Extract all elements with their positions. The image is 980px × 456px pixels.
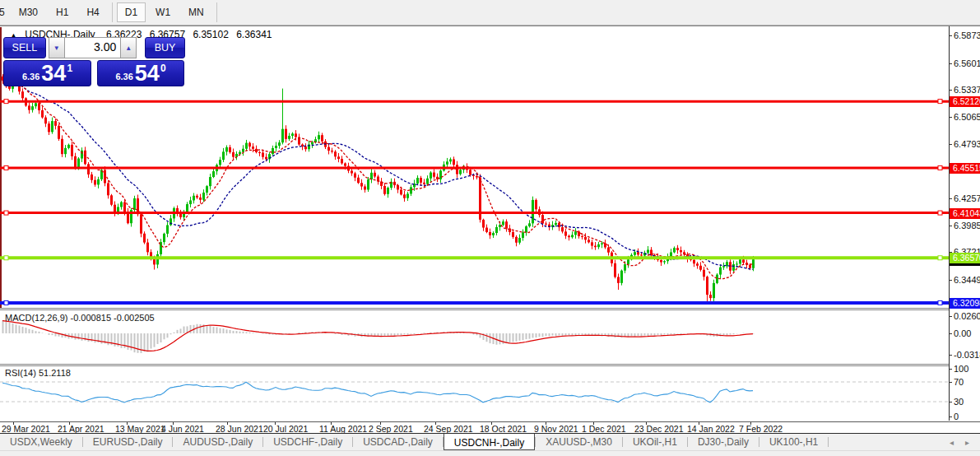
axis-tick [950,355,952,356]
chevron-down-icon: ▼ [53,44,60,52]
rsi-indicator-panel[interactable] [0,366,949,421]
timeframe-button-h4[interactable]: H4 [78,2,107,22]
hline-price-badge: 6.32098 [950,298,980,309]
chart-tab-usdcad-[interactable]: USDCAD-,Daily [353,434,443,450]
hline-anchor[interactable] [4,211,8,215]
axis-tick [950,35,952,36]
axis-tick [950,316,952,317]
volume-input[interactable]: 3.00 [65,37,121,58]
buy-price-pipette: 0 [160,63,166,74]
axis-tick [950,280,952,281]
axis-tick [950,226,952,226]
sell-price-prefix: 6.36 [22,72,39,81]
chart-tab-eurusd-[interactable]: EURUSD-,Daily [83,434,173,450]
sell-price-pipette: 1 [67,63,72,74]
tab-scroll-left-icon[interactable]: ◂ [944,438,959,447]
hline-anchor[interactable] [4,256,8,260]
buy-price-big: 54 [135,63,160,85]
timeframe-button-5[interactable]: 5 [0,2,9,22]
sell-price-display[interactable]: 6.36 34 1 [3,60,91,86]
hline-price-badge: 6.41043 [950,208,980,219]
axis-tick [950,333,952,334]
buy-price-prefix: 6.36 [115,72,132,81]
axis-tick [950,63,952,64]
macd-axis-label: 0.02607 [954,311,980,321]
hline-price-badge: 6.52126 [950,96,980,107]
axis-tick [950,90,952,91]
price-axis-label: 6.34490 [954,275,980,285]
axis-tick [950,117,952,118]
rsi-axis-label: 30 [954,397,964,407]
toolbar-separator [112,2,113,22]
axis-tick [950,402,952,402]
price-axis-label: 6.53370 [954,85,980,95]
date-axis[interactable]: 29 Mar 202121 Apr 202113 May 20214 Jun 2… [0,421,980,434]
chart-tab-xauusd-[interactable]: XAUUSD-,M30 [536,434,622,450]
price-axis-label: 6.58730 [954,30,980,40]
price-axis-label: 6.50650 [954,112,980,122]
chart-tab-audusd-[interactable]: AUDUSD-,Daily [173,434,262,450]
axis-tick [950,382,952,383]
hline-anchor[interactable] [938,300,942,305]
hline-anchor[interactable] [938,256,942,260]
chart-tab-usdchf-[interactable]: USDCHF-,Daily [263,434,352,450]
hline-anchor[interactable] [4,100,8,104]
volume-increase-button[interactable]: ▲ [120,37,137,58]
timeframe-button-mn[interactable]: MN [180,2,212,22]
price-axis-label: 6.56010 [954,58,980,68]
buy-price-display[interactable]: 6.36 54 0 [97,60,184,86]
axis-tick [950,198,952,199]
timeframe-button-w1[interactable]: W1 [147,2,179,22]
rsi-axis-label: 100 [954,364,968,374]
macd-axis-label: 0.00 [954,328,971,338]
buy-button[interactable]: BUY [145,37,185,58]
volume-decrease-button[interactable]: ▼ [49,37,65,58]
hline-anchor[interactable] [4,300,8,305]
chart-tab-ukoil-[interactable]: UKOil-,H1 [623,434,687,450]
chart-window: ▲ USDCNH-,Daily 6.36223 6.36757 6.35102 … [0,26,980,434]
rsi-label: RSI(14) 51.2118 [5,368,71,378]
hline-anchor[interactable] [938,165,942,170]
timeframe-toolbar: 5M30H1H4D1W1MN [0,0,980,26]
axis-tick [950,416,952,417]
hline-anchor[interactable] [938,211,942,215]
rsi-axis-label: 70 [954,377,964,387]
rsi-axis-label: 0 [954,412,959,421]
price-axis-label: 6.47930 [954,139,980,149]
tab-separator [828,437,829,447]
price-axis-label: 6.42570 [954,193,980,203]
chart-tab-usdcnh-[interactable]: USDCNH-,Daily [444,434,535,450]
chart-tab-uk100-[interactable]: UK100-,H1 [759,434,828,450]
sell-price-big: 34 [41,63,66,85]
chevron-up-icon: ▲ [125,44,132,52]
one-click-trading-panel: SELL ▼ 3.00 ▲ BUY 6.36 34 1 6.36 54 [3,37,185,86]
timeframe-button-d1[interactable]: D1 [117,2,146,22]
chart-tab-bar: USDX,WeeklyEURUSD-,DailyAUDUSD-,DailyUSD… [0,433,980,450]
price-axis[interactable]: 6.587306.560106.533706.506506.479306.425… [949,26,980,421]
macd-axis-label: -0.03187 [954,350,980,360]
chart-tab-dj30-[interactable]: DJ30-,Daily [688,434,759,450]
hline-anchor[interactable] [4,165,8,170]
macd-label: MACD(12,26,9) -0.000815 -0.002505 [5,313,155,323]
sell-button[interactable]: SELL [3,37,46,58]
tab-scroll-right-icon[interactable]: ▸ [959,438,975,447]
hline-price-badge: 6.45515 [950,163,980,174]
status-bar [0,450,980,456]
panel-divider[interactable] [0,308,980,310]
timeframe-button-m30[interactable]: M30 [11,2,46,22]
hline-anchor[interactable] [938,100,942,104]
ohlc-low: 6.35102 [193,29,228,40]
price-axis-label: 6.39850 [954,221,980,230]
toolbar-separator [216,2,217,22]
chart-tab-usdx[interactable]: USDX,Weekly [0,434,82,450]
axis-tick [950,369,952,370]
axis-tick [950,144,952,145]
hline-price-badge: 6.36570 [950,253,980,263]
ohlc-close: 6.36341 [236,29,272,40]
trading-terminal-window: 5M30H1H4D1W1MN ▲ USDCNH-,Daily 6.36223 6… [0,0,980,456]
timeframe-button-h1[interactable]: H1 [48,2,77,22]
